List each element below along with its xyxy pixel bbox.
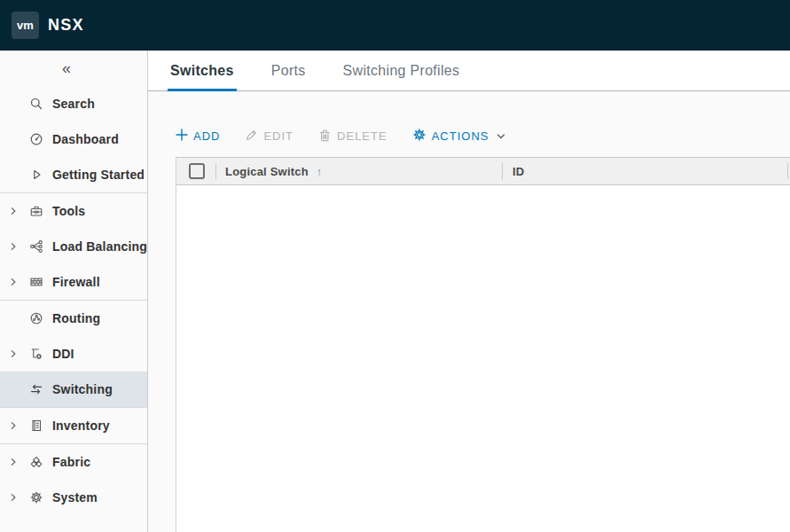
actions-gear-icon <box>412 128 426 145</box>
expand-chevron-icon[interactable] <box>7 458 20 466</box>
sidebar-item-label: Load Balancing <box>52 239 147 254</box>
sidebar-item-label: Firewall <box>52 275 100 289</box>
sidebar-item-routing[interactable]: Routing <box>0 301 147 336</box>
vmware-logo[interactable]: vm <box>12 12 39 39</box>
column-header-id[interactable]: ID <box>503 158 788 184</box>
tab-label: Ports <box>271 63 306 79</box>
column-title: Logical Switch <box>225 165 309 178</box>
edit-button-label: EDIT <box>263 129 293 143</box>
product-title: NSX <box>48 16 84 35</box>
plus-icon <box>176 129 188 144</box>
actions-button[interactable]: ACTIONS <box>412 128 506 145</box>
sidebar-item-label: Routing <box>52 311 100 325</box>
switching-icon <box>29 382 43 396</box>
sidebar-item-inventory[interactable]: Inventory <box>0 408 147 443</box>
sidebar-item-label: Switching <box>52 382 113 396</box>
tab-label: Switching Profiles <box>343 63 460 79</box>
edit-button[interactable]: EDIT <box>245 129 293 145</box>
add-button[interactable]: ADD <box>176 129 220 144</box>
delete-button[interactable]: DELETE <box>318 129 387 145</box>
chevron-down-icon <box>497 133 505 140</box>
select-all-checkbox[interactable] <box>189 163 205 179</box>
toolbar: ADD EDIT DELETE <box>176 124 790 148</box>
sidebar-item-getting-started[interactable]: Getting Started <box>0 157 147 192</box>
sidebar-item-fabric[interactable]: Fabric <box>0 444 147 480</box>
sidebar-item-label: Inventory <box>52 419 110 433</box>
expand-chevron-icon[interactable] <box>7 421 20 430</box>
sidebar-item-load-balancing[interactable]: Load Balancing <box>0 229 147 264</box>
sidebar-item-label: System <box>52 490 98 505</box>
add-button-label: ADD <box>193 129 220 143</box>
sidebar-item-dashboard[interactable]: Dashboard <box>0 121 147 157</box>
expand-chevron-icon[interactable] <box>7 349 20 358</box>
vmware-logo-text: vm <box>17 19 34 32</box>
sidebar-item-label: Search <box>52 97 95 111</box>
main-content: Switches Ports Switching Profiles ADD <box>148 51 790 532</box>
getting-started-icon <box>29 168 43 182</box>
sidebar: « Search Dashboard <box>0 51 148 532</box>
expand-chevron-icon[interactable] <box>7 207 20 215</box>
system-gear-icon <box>29 490 43 505</box>
sidebar-item-label: Dashboard <box>52 132 119 146</box>
sidebar-item-switching[interactable]: Switching <box>0 372 147 407</box>
sidebar-item-tools[interactable]: Tools <box>0 193 147 229</box>
app-shell: « Search Dashboard <box>0 51 790 532</box>
toolbox-icon <box>29 204 43 218</box>
checkbox-column-header <box>176 158 216 184</box>
expand-chevron-icon[interactable] <box>7 278 20 286</box>
sidebar-item-label: Getting Started <box>52 168 145 182</box>
sidebar-item-search[interactable]: Search <box>0 86 147 121</box>
dashboard-icon <box>29 132 43 146</box>
sidebar-collapse-row: « <box>0 51 147 86</box>
fabric-icon <box>29 455 43 469</box>
inventory-icon <box>29 419 43 433</box>
table-header-row: Logical Switch ↑ ID <box>176 157 790 185</box>
actions-button-label: ACTIONS <box>432 129 489 143</box>
nsx-app: vm NSX « Search Dashboard <box>0 0 790 532</box>
expand-chevron-icon[interactable] <box>7 242 20 251</box>
tab-ports[interactable]: Ports <box>269 51 309 90</box>
sidebar-item-ddi[interactable]: DDI <box>0 336 147 372</box>
sidebar-item-label: DDI <box>52 347 74 361</box>
sidebar-collapse-button[interactable]: « <box>62 60 71 76</box>
app-header: vm NSX <box>0 0 790 51</box>
pencil-icon <box>245 129 258 145</box>
expand-chevron-icon[interactable] <box>7 493 20 502</box>
switches-datagrid: Logical Switch ↑ ID <box>176 157 790 532</box>
trash-icon <box>318 129 332 145</box>
sidebar-item-label: Tools <box>52 204 85 218</box>
tab-switches[interactable]: Switches <box>168 51 237 90</box>
sort-ascending-icon[interactable]: ↑ <box>317 165 323 178</box>
ddi-icon <box>29 347 43 361</box>
sidebar-item-system[interactable]: System <box>0 480 147 515</box>
delete-button-label: DELETE <box>337 129 387 143</box>
table-body-empty <box>176 185 790 532</box>
load-balancing-icon <box>29 239 43 254</box>
column-header-logical-switch[interactable]: Logical Switch ↑ <box>216 158 503 184</box>
routing-icon <box>29 311 43 325</box>
tab-switching-profiles[interactable]: Switching Profiles <box>340 51 463 90</box>
column-title: ID <box>512 165 524 178</box>
tab-bar: Switches Ports Switching Profiles <box>148 51 790 91</box>
sidebar-item-label: Fabric <box>52 455 90 469</box>
tab-label: Switches <box>170 63 234 79</box>
firewall-icon <box>29 275 43 289</box>
sidebar-item-firewall[interactable]: Firewall <box>0 264 147 300</box>
search-icon <box>29 97 43 111</box>
